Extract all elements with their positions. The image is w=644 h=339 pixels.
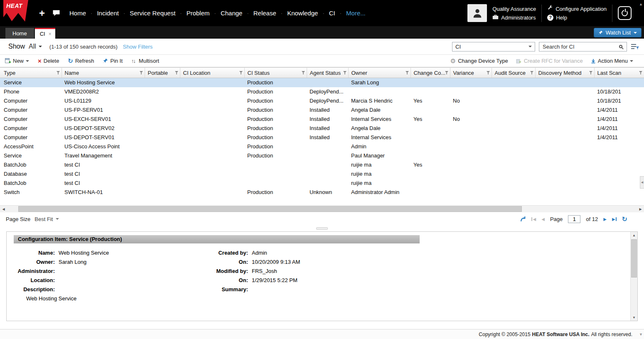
create-rfc-button[interactable]: Create RFC for Variance — [516, 58, 583, 64]
column-header-type[interactable]: Type — [0, 68, 61, 78]
next-page-button[interactable]: ▶ — [603, 217, 607, 221]
page-size-dropdown[interactable]: Best Fit — [34, 216, 59, 222]
anchor-icon[interactable] — [520, 216, 526, 222]
table-row[interactable]: ServiceTravel ManagementProductionPaul M… — [0, 151, 644, 160]
last-page-button[interactable]: ▶ — [612, 217, 617, 221]
table-row[interactable]: Databasetest CIruijie ma — [0, 170, 644, 179]
filter-icon[interactable] — [343, 71, 347, 74]
show-filters-link[interactable]: Show Filters — [123, 44, 153, 50]
user-role-line[interactable]: Quality Assurance — [492, 5, 536, 13]
search-scope-value: CI — [455, 44, 461, 50]
filter-icon[interactable] — [589, 71, 592, 74]
new-button[interactable]: New — [5, 58, 29, 64]
cell-last_scan — [594, 188, 644, 197]
help-link[interactable]: ? Help — [547, 13, 607, 22]
user-group-line[interactable]: Administrators — [492, 13, 536, 22]
horizontal-scrollbar-thumb[interactable] — [18, 206, 522, 212]
column-header-variance[interactable]: Variance — [450, 68, 492, 78]
watch-list-button[interactable]: Watch List — [594, 28, 642, 37]
new-record-plus-icon[interactable]: + — [39, 7, 45, 19]
splitter-grip[interactable] — [316, 227, 328, 230]
horizontal-scrollbar[interactable]: ◀ ▶ — [0, 205, 644, 212]
scroll-down-icon[interactable]: ▼ — [631, 314, 637, 321]
scroll-right-icon[interactable]: ▶ — [637, 206, 644, 212]
table-row[interactable]: ComputerUS-FP-SERV01ProductionInstalledA… — [0, 106, 644, 115]
filter-icon[interactable] — [639, 71, 642, 74]
column-header-ci_location[interactable]: CI Location — [180, 68, 244, 78]
filter-icon[interactable] — [445, 71, 448, 74]
refresh-list-icon[interactable]: ↻ — [622, 215, 627, 223]
nav-home[interactable]: Home — [69, 10, 86, 17]
show-scope-dropdown[interactable]: All — [29, 43, 42, 50]
panel-splitter[interactable] — [0, 226, 644, 231]
column-header-last_scan[interactable]: Last Scan — [594, 68, 644, 78]
tab-close-icon[interactable]: × — [49, 31, 52, 37]
filter-icon[interactable] — [57, 71, 60, 74]
column-header-ci_status[interactable]: CI Status — [244, 68, 307, 78]
collapse-right-panel-handle[interactable]: ◀ — [640, 176, 644, 189]
table-row[interactable]: ServiceWeb Hosting ServiceProductionSara… — [0, 78, 644, 87]
table-row[interactable]: ComputerUS-DEPOT-SERV02ProductionInstall… — [0, 124, 644, 133]
cell-discovery_method — [535, 160, 594, 170]
column-header-portable[interactable]: Portable — [145, 68, 180, 78]
vertical-scrollbar[interactable]: ▲ ▼ — [630, 232, 637, 321]
cell-ci_status: Production — [244, 87, 307, 96]
logout-power-button[interactable] — [618, 6, 632, 20]
page-number-input[interactable] — [568, 215, 580, 223]
field-value-left-3 — [59, 276, 206, 285]
filter-icon[interactable] — [239, 71, 243, 74]
nav-change[interactable]: Change — [221, 10, 243, 17]
multisort-button[interactable]: ↑↓ Multisort — [131, 58, 159, 64]
configure-application-link[interactable]: Configure Application — [547, 5, 607, 13]
nav-incident[interactable]: Incident — [97, 10, 119, 17]
cell-owner: Internal Services — [348, 133, 410, 142]
scroll-left-icon[interactable]: ◀ — [0, 206, 7, 212]
advanced-search-icon[interactable] — [631, 43, 639, 50]
nav-knowledge[interactable]: Knowledge — [287, 10, 318, 17]
tab-home[interactable]: Home — [5, 28, 34, 39]
filter-icon[interactable] — [487, 71, 490, 74]
filter-icon[interactable] — [175, 71, 178, 74]
refresh-button[interactable]: ↻ Refresh — [68, 58, 94, 64]
table-row[interactable]: ComputerUS-DEPOT-SERV01ProductionInstall… — [0, 133, 644, 142]
first-page-button[interactable]: ◀ — [531, 217, 536, 221]
column-header-name[interactable]: Name — [61, 68, 145, 78]
table-row[interactable]: AccessPointUS-Cisco Access PointProducti… — [0, 142, 644, 151]
heat-logo[interactable]: HEAT — [3, 0, 28, 22]
scroll-up-icon[interactable]: ▲ — [639, 2, 643, 6]
column-header-discovery_method[interactable]: Discovery Method — [535, 68, 594, 78]
nav-ci[interactable]: CI — [329, 10, 335, 17]
table-row[interactable]: SwitchSWITCH-NA-01ProductionUnknownAdmin… — [0, 188, 644, 197]
table-row[interactable]: ComputerUS-L01129ProductionDeployPend...… — [0, 96, 644, 106]
filter-icon[interactable] — [302, 71, 305, 74]
chat-bubble-icon[interactable] — [52, 10, 60, 17]
vertical-scrollbar-thumb[interactable] — [631, 239, 637, 278]
table-row[interactable]: ComputerUS-EXCH-SERV01ProductionInstalle… — [0, 115, 644, 124]
scroll-up-icon[interactable]: ▲ — [631, 232, 637, 238]
filter-icon[interactable] — [140, 71, 143, 74]
tab-ci[interactable]: CI × — [35, 28, 55, 39]
pin-it-button[interactable]: Pin It — [103, 58, 123, 64]
column-header-owner[interactable]: Owner — [348, 68, 410, 78]
table-row[interactable]: BatchJobtest CIruijie maYes — [0, 160, 644, 170]
search-icon[interactable] — [619, 45, 622, 48]
user-avatar[interactable] — [467, 4, 487, 22]
table-row[interactable]: PhoneVMED2008R2ProductionDeployPend...10… — [0, 87, 644, 96]
table-row[interactable]: BatchJobtest CIruijie ma — [0, 179, 644, 188]
scroll-down-icon[interactable]: ▼ — [639, 332, 643, 337]
action-menu-button[interactable]: Action Menu — [591, 58, 633, 64]
column-header-audit_source[interactable]: Audit Source — [492, 68, 535, 78]
filter-icon[interactable] — [406, 71, 409, 74]
filter-icon[interactable] — [530, 71, 533, 74]
delete-button[interactable]: × Delete — [38, 58, 59, 64]
previous-page-button[interactable]: ◀ — [541, 217, 545, 221]
column-header-agent_status[interactable]: Agent Status — [307, 68, 348, 78]
nav-service-request[interactable]: Service Request — [130, 10, 175, 17]
column-header-change_co[interactable]: Change Co... — [410, 68, 450, 78]
search-scope-select[interactable]: CI — [452, 42, 535, 52]
nav-more[interactable]: More... — [346, 10, 366, 17]
change-device-type-button[interactable]: ⚙ Change Device Type — [450, 58, 508, 64]
nav-problem[interactable]: Problem — [187, 10, 210, 17]
search-input[interactable] — [543, 44, 619, 50]
nav-release[interactable]: Release — [253, 10, 276, 17]
